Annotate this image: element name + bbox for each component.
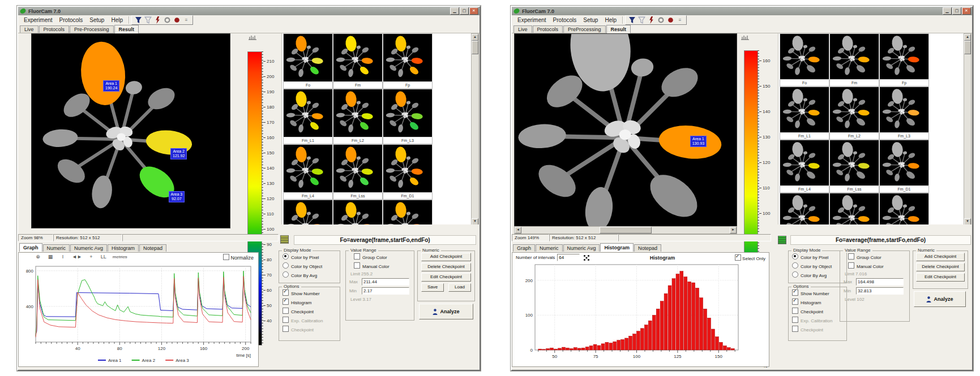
scroll-down-button[interactable]: ▼: [472, 218, 478, 224]
record-icon[interactable]: [173, 16, 181, 24]
edit-checkpoint-button[interactable]: Edit Checkpoint: [916, 273, 965, 282]
pan-icon[interactable]: +: [88, 254, 95, 260]
tab-histogram[interactable]: Histogram: [600, 243, 634, 252]
minimize-button[interactable]: ▁: [943, 7, 952, 15]
notes-icon[interactable]: [280, 235, 289, 244]
tab-live[interactable]: Live: [513, 25, 532, 33]
frame-thumbnail[interactable]: Fm: [829, 33, 879, 87]
normalize-box[interactable]: [223, 254, 229, 260]
menu-help[interactable]: Help: [601, 16, 620, 24]
frame-thumbnail[interactable]: Fm_L2: [829, 87, 879, 140]
main-image[interactable]: Area 1190.24 Area 2121.92 Area 392.07: [31, 33, 230, 228]
scroll-up-button[interactable]: ▲: [472, 34, 478, 41]
menu-protocols[interactable]: Protocols: [550, 16, 580, 24]
menu-setup[interactable]: Setup: [580, 16, 601, 24]
ring-icon[interactable]: [657, 16, 665, 24]
notes-icon[interactable]: [778, 236, 786, 244]
tab-live[interactable]: Live: [20, 25, 38, 33]
copy-icon[interactable]: ▦: [47, 254, 54, 260]
radio-color-by-pixel[interactable]: Color by Pixel: [283, 253, 340, 260]
load-button[interactable]: Load: [448, 283, 471, 292]
tab-notepad[interactable]: Notepad: [634, 244, 661, 252]
check-checkpoint[interactable]: Checkpoint: [283, 308, 340, 314]
titlebar[interactable]: FluorCam 7.0 ▁ ▢ ✕: [18, 7, 480, 15]
radio-color-by-pixel[interactable]: Color by Pixel: [792, 253, 846, 260]
edit-checkpoint-button[interactable]: Edit Checkpoint: [421, 273, 471, 282]
close-button[interactable]: ✕: [469, 7, 478, 15]
radio-color-by-avg[interactable]: Color By Avg: [792, 271, 846, 278]
max-input[interactable]: 211.44: [362, 278, 409, 286]
funnel-outline-icon[interactable]: [144, 16, 152, 24]
menu-experiment[interactable]: Experiment: [20, 16, 56, 24]
check-histogram[interactable]: Histogram: [283, 299, 340, 305]
frame-thumbnail[interactable]: Fm_L4: [283, 144, 333, 200]
tab-protocols[interactable]: Protocols: [533, 25, 563, 33]
frame-thumbnail[interactable]: [283, 200, 333, 224]
tab-numeric-avg[interactable]: Numeric Avg: [70, 244, 107, 252]
record-icon[interactable]: [667, 16, 674, 24]
tab-preprocessing[interactable]: PreProcessing: [563, 25, 606, 33]
tab-numeric[interactable]: Numeric: [536, 244, 563, 252]
radio-color-by-avg[interactable]: Color By Avg: [283, 271, 340, 278]
check-manual-color[interactable]: Manual Color: [354, 262, 414, 269]
titlebar[interactable]: FluorCam 7.0 ▁ ▢ ✕: [512, 7, 972, 15]
ring-icon[interactable]: [164, 16, 171, 24]
analyze-button[interactable]: Analyze: [419, 304, 473, 319]
check-show-number[interactable]: Show Number: [792, 289, 846, 296]
tab-notepad[interactable]: Notepad: [139, 244, 166, 252]
add-checkpoint-button[interactable]: Add Checkpoint: [916, 253, 965, 261]
tab-graph[interactable]: Graph: [513, 244, 535, 252]
frame-thumbnail[interactable]: Fm_L3: [879, 87, 929, 140]
radio-color-by-object[interactable]: Color by Object: [792, 262, 846, 269]
select-only-checkbox[interactable]: Select Only: [735, 254, 765, 261]
frame-thumbnail[interactable]: Fm: [333, 33, 383, 89]
tab-protocols[interactable]: Protocols: [39, 25, 70, 33]
frame-thumbnail[interactable]: Fm_D1: [383, 144, 433, 200]
menu-experiment[interactable]: Experiment: [514, 16, 550, 24]
analyze-button[interactable]: Analyze: [914, 291, 966, 307]
tab-histogram[interactable]: Histogram: [108, 244, 139, 252]
funnel-outline-icon[interactable]: [638, 16, 645, 24]
funnel-icon[interactable]: [628, 16, 636, 24]
frame-thumbnail[interactable]: Fm_L2: [333, 89, 383, 144]
frame-thumbnail[interactable]: Fo: [283, 33, 333, 89]
frames-scrollbar[interactable]: ▲ ▼: [964, 33, 972, 224]
fit-icon[interactable]: ◄►: [72, 254, 82, 260]
check-group-color[interactable]: Group Color: [354, 253, 414, 260]
frame-thumbnail[interactable]: Fm_Lss: [829, 140, 879, 193]
frame-thumbnail[interactable]: Fp: [879, 33, 929, 87]
frame-thumbnail[interactable]: Fp: [383, 33, 433, 89]
log-scale-icon[interactable]: LL: [100, 254, 107, 260]
check-histogram[interactable]: Histogram: [792, 299, 846, 305]
bolt-icon[interactable]: [154, 16, 161, 24]
check-show-number[interactable]: Show Number: [283, 289, 340, 296]
cursor-icon[interactable]: I: [59, 254, 66, 260]
frame-thumbnail[interactable]: [829, 193, 879, 224]
scroll-up-button[interactable]: ▲: [964, 34, 971, 41]
frame-thumbnail[interactable]: Fm_L1: [780, 87, 829, 140]
tab-graph[interactable]: Graph: [19, 243, 42, 252]
scroll-thumb[interactable]: [964, 41, 971, 54]
frame-thumbnail[interactable]: [879, 193, 929, 224]
frame-thumbnail[interactable]: Fm_L4: [780, 140, 829, 193]
close-button[interactable]: ✕: [962, 7, 971, 15]
text-icon[interactable]: ≡: [183, 18, 190, 23]
scroll-down-button[interactable]: ▼: [964, 218, 971, 224]
frame-thumbnail[interactable]: Fo: [780, 33, 829, 87]
frame-thumbnail[interactable]: [780, 193, 829, 224]
metrics-label[interactable]: metrics: [113, 254, 127, 260]
recalc-icon[interactable]: [583, 254, 590, 261]
scroll-thumb[interactable]: [472, 41, 478, 54]
scroll-thumb[interactable]: [600, 227, 652, 234]
max-input[interactable]: 164.498: [856, 278, 904, 286]
frame-thumbnail[interactable]: Fm_D1: [879, 140, 929, 193]
check-group-color[interactable]: Group Color: [848, 253, 909, 260]
frames-scrollbar[interactable]: ▲ ▼: [471, 33, 479, 224]
frame-thumbnail[interactable]: Fm_Lss: [333, 144, 383, 200]
delete-checkpoint-button[interactable]: Delete Checkpoint: [916, 263, 965, 271]
scroll-right-button[interactable]: ►: [730, 227, 737, 234]
text-icon[interactable]: ≡: [677, 18, 683, 23]
min-input[interactable]: 32.813: [856, 287, 904, 295]
maximize-button[interactable]: ▢: [952, 7, 961, 15]
bolt-icon[interactable]: [648, 16, 655, 24]
